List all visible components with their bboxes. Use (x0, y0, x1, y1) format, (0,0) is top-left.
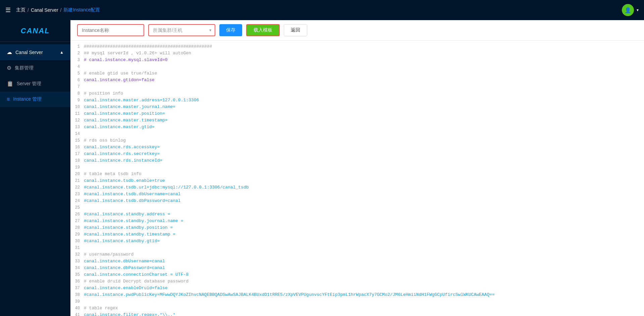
code-line: 27#canal.instance.standby.journal.name = (70, 218, 644, 224)
code-line: 7 (70, 84, 644, 90)
line-number: 15 (70, 137, 84, 144)
breadcrumb-sep2: / (60, 7, 62, 13)
line-content: canal.instance.filter.regex=.*\\..* (84, 312, 644, 316)
avatar-dropdown-arrow[interactable]: ▾ (637, 8, 639, 12)
code-line: 16canal.instance.rds.accesskey= (70, 144, 644, 151)
line-content: # username/password (84, 251, 644, 258)
breadcrumb-current: 新建Instance配置 (63, 7, 100, 13)
line-number: 39 (70, 298, 84, 305)
instance-name-input[interactable] (77, 24, 144, 36)
line-number: 20 (70, 171, 84, 177)
code-line: 10canal.instance.master.journal.name= (70, 104, 644, 110)
save-button[interactable]: 保存 (219, 24, 242, 36)
line-number: 18 (70, 157, 84, 164)
sidebar-item-server-manage[interactable]: 📋 Server 管理 (0, 76, 70, 92)
line-content: canal.instance.rds.secretkey= (84, 151, 644, 157)
line-number: 27 (70, 218, 84, 224)
code-line: 38#canal.instance.pwdPublicKey=MFwwDQYJK… (70, 292, 644, 298)
load-template-button[interactable]: 载入模板 (246, 24, 280, 36)
line-content: ########################################… (84, 43, 644, 50)
line-number: 7 (70, 84, 84, 90)
main-layout: CANAL ☁ Canal Server ▲ ⚙ 集群管理 📋 Server 管… (0, 20, 644, 316)
code-editor[interactable]: 1#######################################… (70, 41, 644, 316)
line-content: canal.instance.gtidon=false (84, 77, 644, 84)
breadcrumb-canal-server[interactable]: Canal Server (31, 7, 58, 13)
line-number: 1 (70, 43, 84, 50)
code-line: 2## mysql serverId , v1.0.26+ will autoG… (70, 50, 644, 57)
line-content: canal.instance.tsdb.enable=true (84, 177, 644, 184)
code-line: 6canal.instance.gtidon=false (70, 77, 644, 84)
line-number: 25 (70, 204, 84, 211)
code-line: 22#canal.instance.tsdb.url=jdbc:mysql://… (70, 184, 644, 191)
sidebar-item-cluster-label: 集群管理 (15, 65, 34, 71)
breadcrumb: 主页 / Canal Server / 新建Instance配置 (16, 7, 100, 13)
line-content: canal.instance.master.timestamp= (84, 117, 644, 124)
line-content: # position info (84, 90, 644, 97)
line-number: 5 (70, 70, 84, 77)
menu-icon[interactable]: ☰ (5, 6, 11, 14)
avatar[interactable]: 👤 (622, 4, 634, 16)
line-number: 37 (70, 285, 84, 292)
line-number: 24 (70, 198, 84, 204)
sidebar-item-server-label: Server 管理 (17, 81, 41, 87)
line-number: 11 (70, 110, 84, 117)
line-content: # table regex (84, 305, 644, 312)
line-number: 34 (70, 265, 84, 271)
line-content: canal.instance.master.gtid= (84, 124, 644, 130)
line-content: canal.instance.rds.accesskey= (84, 144, 644, 151)
code-line: 26#canal.instance.standby.address = (70, 211, 644, 218)
sidebar-item-canal-server-label: Canal Server (15, 50, 43, 55)
code-line: 15# rds oss binlog (70, 137, 644, 144)
sidebar-logo: CANAL (0, 20, 70, 42)
line-content: # enable druid Decrypt database password (84, 278, 644, 285)
sidebar-item-canal-server[interactable]: ☁ Canal Server ▲ (0, 44, 70, 60)
code-line: 13canal.instance.master.gtid= (70, 124, 644, 130)
code-line: 33canal.instance.dbUsername=canal (70, 258, 644, 265)
line-number: 36 (70, 278, 84, 285)
code-line: 20# table meta tsdb info (70, 171, 644, 177)
line-number: 2 (70, 50, 84, 57)
canal-server-chevron: ▲ (60, 50, 64, 55)
line-number: 26 (70, 211, 84, 218)
code-line: 23#canal.instance.tsdb.dbUsername=canal (70, 191, 644, 198)
line-content: canal.instance.master.journal.name= (84, 104, 644, 110)
code-line: 5# enable gtid use true/false (70, 70, 644, 77)
code-line: 39 (70, 298, 644, 305)
line-content: #canal.instance.standby.position = (84, 224, 644, 231)
code-line: 34canal.instance.dbPassword=canal (70, 265, 644, 271)
code-line: 14 (70, 130, 644, 137)
sidebar-item-instance-manage[interactable]: ≡ Instance 管理 (0, 92, 70, 107)
canal-logo-text: CANAL (21, 27, 50, 35)
line-content: #canal.instance.tsdb.dbUsername=canal (84, 191, 644, 198)
code-line: 30#canal.instance.standby.gtid= (70, 238, 644, 245)
line-number: 14 (70, 130, 84, 137)
line-content: canal.instance.rds.instanceId= (84, 157, 644, 164)
line-number: 13 (70, 124, 84, 130)
line-number: 6 (70, 77, 84, 84)
line-number: 8 (70, 90, 84, 97)
line-number: 21 (70, 177, 84, 184)
line-number: 32 (70, 251, 84, 258)
line-number: 3 (70, 57, 84, 63)
line-content: #canal.instance.tsdb.url=jdbc:mysql://12… (84, 184, 644, 191)
line-content: #canal.instance.standby.journal.name = (84, 218, 644, 224)
line-number: 12 (70, 117, 84, 124)
line-number: 29 (70, 231, 84, 238)
breadcrumb-home[interactable]: 主页 (16, 7, 25, 13)
sidebar-item-cluster-manage[interactable]: ⚙ 集群管理 (0, 60, 70, 76)
sidebar-item-instance-label: Instance 管理 (13, 96, 42, 102)
line-content: # enable gtid use true/false (84, 70, 644, 77)
code-line: 25 (70, 204, 644, 211)
code-line: 19 (70, 164, 644, 171)
instance-icon: ≡ (7, 96, 10, 102)
cluster-select[interactable]: 所属集群/主机 (149, 25, 215, 36)
code-line: 41canal.instance.filter.regex=.*\\..* (70, 312, 644, 316)
line-number: 30 (70, 238, 84, 245)
sidebar-menu: ☁ Canal Server ▲ ⚙ 集群管理 📋 Server 管理 ≡ In… (0, 42, 70, 107)
line-number: 10 (70, 104, 84, 110)
back-button[interactable]: 返回 (284, 24, 307, 36)
line-content: #canal.instance.pwdPublicKey=MFwwDQYJKoZ… (84, 292, 644, 298)
code-line: 3# canal.instance.mysql.slaveId=0 (70, 57, 644, 63)
header-right: 👤 ▾ (622, 4, 639, 16)
line-content: # canal.instance.mysql.slaveId=0 (84, 57, 644, 63)
